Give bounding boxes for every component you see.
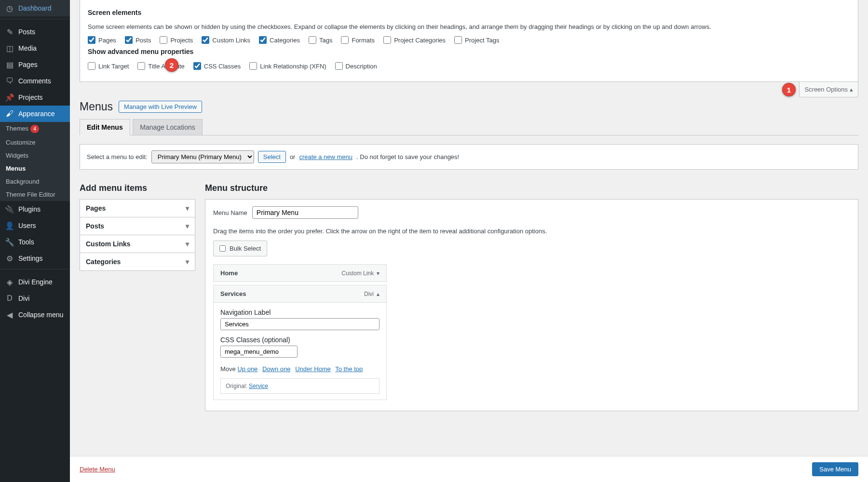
checkbox-tags[interactable]: Tags (309, 36, 332, 44)
checkbox-formats[interactable]: Formats (341, 36, 375, 44)
manage-live-preview-button[interactable]: Manage with Live Preview (119, 101, 202, 113)
bulk-select-checkbox[interactable] (219, 245, 226, 252)
checkbox-input[interactable] (383, 36, 391, 44)
divi-icon: D (5, 294, 14, 303)
main-content: Screen elements Some screen elements can… (70, 0, 868, 482)
tab-manage-locations[interactable]: Manage Locations (133, 119, 202, 135)
advanced-properties-heading: Show advanced menu properties (88, 48, 850, 55)
css-classes-input[interactable] (220, 346, 298, 358)
checkbox-description[interactable]: Description (335, 62, 377, 70)
screen-options-tab-row: 1 Screen Options ▴ (80, 82, 858, 97)
sidebar-item-pages[interactable]: ▤Pages (0, 56, 70, 73)
divi-engine-icon: ◈ (5, 277, 14, 287)
menu-select-dropdown[interactable]: Primary Menu (Primary Menu) (151, 150, 254, 163)
chevron-down-icon: ▾ (377, 270, 380, 277)
accordion-posts[interactable]: Posts▾ (80, 217, 195, 235)
checkbox-css-classes[interactable]: CSS Classes (193, 62, 241, 70)
accordion-head[interactable]: Custom Links▾ (80, 235, 195, 253)
sidebar-item-projects[interactable]: 📌Projects (0, 89, 70, 106)
checkbox-input[interactable] (88, 36, 95, 44)
checkbox-input[interactable] (125, 36, 133, 44)
sidebar-item-collapse[interactable]: ◀Collapse menu (0, 307, 70, 323)
sidebar-item-tools[interactable]: 🔧Tools (0, 234, 70, 250)
admin-sidebar: ◷Dashboard ✎Posts ◫Media ▤Pages 🗨Comment… (0, 0, 70, 482)
accordion-categories[interactable]: Categories▾ (80, 253, 195, 271)
delete-menu-link[interactable]: Delete Menu (80, 466, 115, 473)
accordion-head[interactable]: Categories▾ (80, 253, 195, 270)
projects-icon: 📌 (5, 93, 14, 102)
sidebar-item-appearance[interactable]: 🖌Appearance (0, 106, 70, 122)
original-link[interactable]: Service (249, 383, 268, 389)
sidebar-item-label: Tools (18, 238, 34, 246)
sidebar-item-label: Plugins (18, 205, 41, 213)
submenu-menus[interactable]: Menus (0, 162, 70, 175)
sidebar-item-divi-engine[interactable]: ◈Divi Engine (0, 274, 70, 290)
chevron-up-icon: ▴ (850, 86, 853, 93)
submenu-background[interactable]: Background (0, 175, 70, 188)
checkbox-input[interactable] (137, 62, 145, 70)
checkbox-input[interactable] (309, 36, 316, 44)
accordion-custom-links[interactable]: Custom Links▾ (80, 235, 195, 253)
submenu-theme-file-editor[interactable]: Theme File Editor (0, 188, 70, 201)
checkbox-input[interactable] (160, 36, 167, 44)
accordion-pages[interactable]: Pages▾ (80, 199, 195, 217)
checkbox-input[interactable] (88, 62, 95, 70)
checkbox-custom-links[interactable]: Custom Links (202, 36, 250, 44)
checkbox-input[interactable] (202, 36, 209, 44)
sidebar-item-media[interactable]: ◫Media (0, 40, 70, 56)
checkbox-input[interactable] (341, 36, 349, 44)
nav-tabs: Edit Menus Manage Locations (80, 119, 858, 135)
checkbox-input[interactable] (193, 62, 201, 70)
checkbox-categories[interactable]: Categories (259, 36, 300, 44)
save-menu-button[interactable]: Save Menu (812, 462, 858, 476)
move-under-home-link[interactable]: Under Home (295, 365, 331, 373)
checkbox-label: Description (346, 63, 377, 70)
checkbox-project-categories[interactable]: Project Categories (383, 36, 446, 44)
checkbox-projects[interactable]: Projects (160, 36, 193, 44)
menu-item-head[interactable]: Services Divi▴ (214, 285, 386, 302)
checkbox-input[interactable] (454, 36, 462, 44)
checkbox-link-relationship-xfn-[interactable]: Link Relationship (XFN) (249, 62, 326, 70)
menu-item-head[interactable]: Home Custom Link▾ (214, 265, 386, 281)
menu-item-home[interactable]: Home Custom Link▾ (213, 264, 387, 282)
checkbox-input[interactable] (335, 62, 343, 70)
checkbox-input[interactable] (259, 36, 267, 44)
sidebar-item-users[interactable]: 👤Users (0, 217, 70, 234)
move-to-top-link[interactable]: To the top (335, 365, 363, 373)
move-up-one-link[interactable]: Up one (237, 365, 258, 373)
submenu-widgets[interactable]: Widgets (0, 149, 70, 162)
sidebar-item-dashboard[interactable]: ◷Dashboard (0, 0, 70, 16)
sidebar-item-comments[interactable]: 🗨Comments (0, 73, 70, 89)
sidebar-item-posts[interactable]: ✎Posts (0, 24, 70, 40)
navigation-label-input[interactable] (220, 318, 380, 330)
screen-options-label: Screen Options (804, 86, 848, 93)
screen-options-toggle[interactable]: Screen Options ▴ (799, 82, 858, 97)
menu-name-row: Menu Name (205, 200, 858, 226)
sidebar-item-plugins[interactable]: 🔌Plugins (0, 201, 70, 217)
select-button[interactable]: Select (258, 151, 286, 163)
accordion-head[interactable]: Posts▾ (80, 217, 195, 235)
checkbox-project-tags[interactable]: Project Tags (454, 36, 499, 44)
select-menu-label: Select a menu to edit: (87, 153, 148, 161)
checkbox-link-target[interactable]: Link Target (88, 62, 129, 70)
create-new-menu-link[interactable]: create a new menu (299, 153, 353, 161)
move-down-one-link[interactable]: Down one (262, 365, 291, 373)
menu-item-services[interactable]: Services Divi▴ Navigation Label CSS Clas… (213, 285, 387, 400)
menu-item-body: Navigation Label CSS Classes (optional) … (214, 302, 386, 400)
checkbox-posts[interactable]: Posts (125, 36, 151, 44)
bulk-select-label: Bulk Select (230, 245, 261, 252)
checkbox-label: Project Categories (394, 37, 446, 44)
menu-structure-heading: Menu structure (205, 183, 858, 193)
bulk-select-toggle[interactable]: Bulk Select (213, 241, 267, 256)
sidebar-item-label: Users (18, 222, 36, 229)
accordion-head[interactable]: Pages▾ (80, 200, 195, 217)
tab-edit-menus[interactable]: Edit Menus (80, 119, 130, 135)
submenu-themes[interactable]: Themes4 (0, 122, 70, 136)
menu-name-input[interactable] (252, 206, 358, 219)
checkbox-pages[interactable]: Pages (88, 36, 116, 44)
sidebar-item-divi[interactable]: DDivi (0, 290, 70, 307)
submenu-customize[interactable]: Customize (0, 136, 70, 149)
sidebar-item-label: Divi Engine (18, 278, 53, 286)
sidebar-item-settings[interactable]: ⚙Settings (0, 250, 70, 267)
checkbox-input[interactable] (249, 62, 257, 70)
